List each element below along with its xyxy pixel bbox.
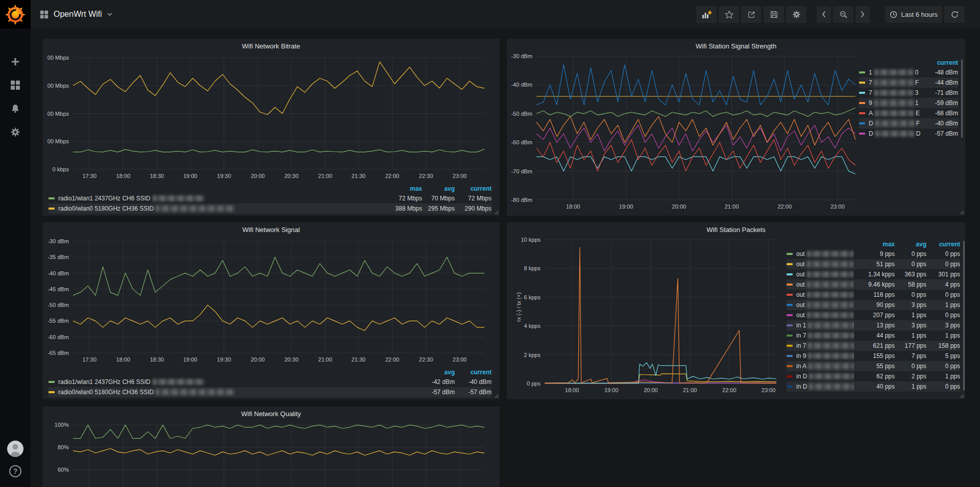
- legend-value: 0 pps: [895, 290, 926, 300]
- series-color-swatch[interactable]: [787, 284, 793, 286]
- series-color-swatch[interactable]: [859, 71, 865, 73]
- legend-row[interactable]: radio0/wlan0 5180GHz CH36 SSID388 Mbps29…: [48, 203, 492, 214]
- legend-row[interactable]: outF90 pps3 pps1 pps: [787, 300, 960, 310]
- series-color-swatch[interactable]: [787, 314, 793, 316]
- sidebar-item-dashboards[interactable]: [6, 78, 24, 93]
- series-color-swatch[interactable]: [48, 381, 55, 383]
- panel-title[interactable]: Wifi Network Quality: [42, 410, 500, 418]
- panel-title[interactable]: Wifi Station Signal Strength: [507, 42, 965, 50]
- series-color-swatch[interactable]: [787, 386, 793, 388]
- legend-row[interactable]: in A55 pps0 pps0 pps: [787, 361, 960, 371]
- zoom-out-time-button[interactable]: [833, 6, 853, 23]
- add-panel-button[interactable]: [696, 6, 717, 23]
- legend-row[interactable]: DF-40 dBm: [859, 118, 958, 129]
- legend-row[interactable]: in D62 pps2 pps1 pps: [787, 371, 960, 381]
- legend-row[interactable]: outD207 pps1 pps0 pps: [787, 310, 960, 320]
- legend-row[interactable]: 73-71 dBm: [859, 88, 958, 98]
- legend-row[interactable]: in D40 pps1 pps0 pps: [787, 381, 960, 392]
- svg-text:21:00: 21:00: [725, 203, 739, 210]
- legend-column-max[interactable]: max: [854, 240, 895, 249]
- legend-row[interactable]: in 113 pps3 pps3 pps: [787, 320, 960, 330]
- series-color-swatch[interactable]: [859, 122, 865, 124]
- legend-column-current[interactable]: current: [455, 368, 492, 377]
- legend-row[interactable]: 91-59 dBm: [859, 98, 958, 108]
- share-dashboard-button[interactable]: [741, 6, 762, 23]
- refresh-button[interactable]: [944, 6, 965, 23]
- legend-value: 4 pps: [926, 279, 960, 290]
- breadcrumb[interactable]: OpenWrt Wifi: [40, 10, 112, 19]
- chart-wifi-network-bitrate[interactable]: 17:3018:0018:3019:0019:3020:0020:3021:00…: [47, 52, 492, 183]
- legend-row[interactable]: radio0/wlan0 5180GHz CH36 SSID-57 dBm-57…: [48, 387, 492, 397]
- save-dashboard-button[interactable]: [764, 6, 784, 23]
- series-color-swatch[interactable]: [787, 375, 793, 377]
- series-color-swatch[interactable]: [859, 102, 865, 104]
- legend-column-max[interactable]: max: [382, 184, 422, 193]
- legend-row[interactable]: outF51 pps0 pps0 pps: [787, 259, 960, 269]
- panel-resize-handle[interactable]: [494, 210, 498, 214]
- panel-resize-handle[interactable]: [960, 210, 964, 214]
- legend-row[interactable]: out31.34 kpps363 pps301 pps: [787, 269, 960, 279]
- panel-resize-handle[interactable]: [960, 394, 964, 398]
- panel-title[interactable]: Wifi Network Signal: [42, 226, 500, 234]
- chart-wifi-network-quality[interactable]: 17:3018:0018:3019:0019:3020:0020:3021:00…: [47, 419, 492, 487]
- series-color-swatch[interactable]: [787, 365, 793, 367]
- series-color-swatch[interactable]: [787, 324, 793, 326]
- series-color-swatch[interactable]: [787, 294, 793, 296]
- legend-row[interactable]: AE-68 dBm: [859, 108, 958, 118]
- time-range-picker[interactable]: Last 6 hours: [885, 6, 942, 23]
- help-button[interactable]: ?: [6, 464, 24, 479]
- legend-row[interactable]: DD-57 dBm: [859, 129, 958, 139]
- legend-row[interactable]: in 9155 pps7 pps5 pps: [787, 351, 960, 361]
- chart-wifi-station-packets[interactable]: 18:0019:0020:0021:0022:0023:0010 kpps8 k…: [511, 234, 780, 397]
- chart-wifi-network-signal[interactable]: 17:3018:0018:3019:0019:3020:0020:3021:00…: [47, 235, 492, 366]
- legend-row[interactable]: 10-48 dBm: [859, 67, 958, 78]
- move-time-back-button[interactable]: [817, 6, 831, 23]
- legend-column-current[interactable]: current: [922, 58, 958, 67]
- grafana-logo[interactable]: [0, 0, 31, 29]
- series-color-swatch[interactable]: [787, 355, 793, 357]
- sidebar-item-create[interactable]: [6, 54, 24, 69]
- main-area: OpenWrt Wifi: [31, 0, 980, 487]
- series-color-swatch[interactable]: [48, 197, 55, 199]
- panel-resize-handle[interactable]: [494, 394, 498, 398]
- series-color-swatch[interactable]: [787, 345, 793, 347]
- legend-row[interactable]: out9 pps0 pps0 pps: [787, 249, 960, 259]
- sidebar-item-configuration[interactable]: [6, 124, 24, 140]
- legend-row[interactable]: 7F-44 dBm: [859, 78, 958, 88]
- series-color-swatch[interactable]: [48, 391, 55, 393]
- legend-column-avg[interactable]: avg: [422, 184, 455, 193]
- series-color-swatch[interactable]: [787, 273, 793, 275]
- chart-svg: 17:3018:0018:3019:0019:3020:0020:3021:00…: [47, 419, 492, 487]
- legend-value: 0 pps: [926, 259, 960, 269]
- legend-column-current[interactable]: current: [455, 184, 492, 193]
- legend-row[interactable]: in 7621 pps177 pps158 pps: [787, 341, 960, 351]
- series-color-swatch[interactable]: [787, 304, 793, 306]
- legend-column-current[interactable]: current: [926, 240, 960, 249]
- panel-title[interactable]: Wifi Station Packets: [507, 226, 965, 234]
- move-time-forward-button[interactable]: [855, 6, 870, 23]
- series-color-swatch[interactable]: [859, 92, 865, 94]
- legend-column-avg[interactable]: avg: [895, 240, 926, 249]
- svg-text:10 kpps: 10 kpps: [521, 237, 541, 243]
- series-color-swatch[interactable]: [859, 133, 865, 135]
- panel-title[interactable]: Wifi Network Bitrate: [42, 42, 500, 50]
- series-color-swatch[interactable]: [859, 82, 865, 84]
- user-avatar[interactable]: [6, 441, 24, 456]
- svg-text:22:00: 22:00: [385, 173, 400, 179]
- star-dashboard-button[interactable]: [719, 6, 739, 23]
- chart-wifi-station-signal-strength[interactable]: 18:0019:0020:0021:0022:0023:00-30 dBm-40…: [511, 50, 860, 213]
- legend-column-avg[interactable]: avg: [422, 368, 455, 377]
- series-color-swatch[interactable]: [48, 208, 55, 210]
- series-color-swatch[interactable]: [787, 253, 793, 255]
- svg-text:23:00: 23:00: [453, 173, 467, 179]
- series-color-swatch[interactable]: [787, 263, 793, 265]
- legend-row[interactable]: radio1/wlan1 2437GHz CH6 SSID-42 dBm-40 …: [48, 377, 492, 387]
- legend-row[interactable]: outE116 pps0 pps0 pps: [787, 290, 960, 300]
- legend-row[interactable]: in 744 pps1 pps1 pps: [787, 330, 960, 341]
- sidebar-item-alerting[interactable]: [6, 101, 24, 116]
- dashboard-settings-button[interactable]: [786, 6, 806, 23]
- series-color-swatch[interactable]: [787, 335, 793, 337]
- legend-row[interactable]: out19.46 kpps58 pps4 pps: [787, 279, 960, 290]
- series-color-swatch[interactable]: [859, 112, 865, 114]
- legend-row[interactable]: radio1/wlan1 2437GHz CH6 SSID72 Mbps70 M…: [48, 193, 492, 203]
